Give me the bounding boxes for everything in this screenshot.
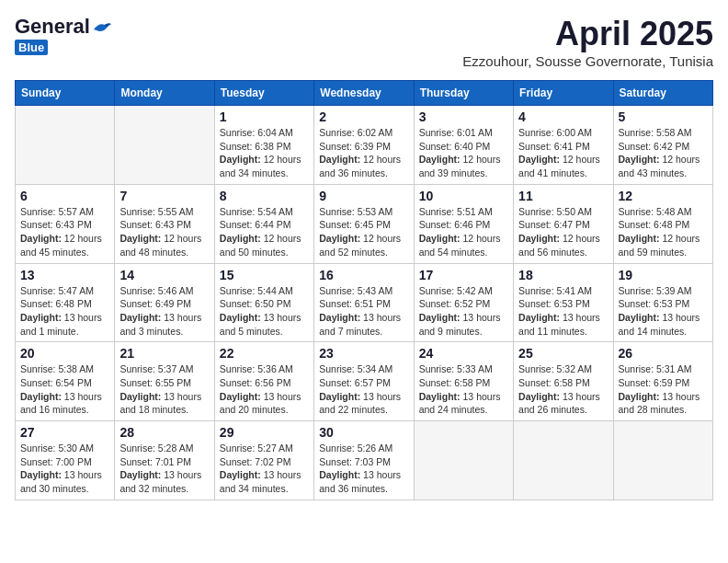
calendar-cell: 18Sunrise: 5:41 AMSunset: 6:53 PMDayligh… (514, 263, 613, 342)
day-info: Sunrise: 5:50 AMSunset: 6:47 PMDaylight:… (518, 205, 608, 259)
day-header-monday: Monday (115, 81, 214, 106)
day-info: Sunrise: 5:27 AMSunset: 7:02 PMDaylight:… (220, 442, 309, 496)
calendar-cell: 10Sunrise: 5:51 AMSunset: 6:46 PMDayligh… (414, 184, 513, 263)
day-info: Sunrise: 6:01 AMSunset: 6:40 PMDaylight:… (419, 126, 508, 180)
calendar-cell: 9Sunrise: 5:53 AMSunset: 6:45 PMDaylight… (314, 184, 414, 263)
day-info: Sunrise: 5:30 AMSunset: 7:00 PMDaylight:… (20, 442, 109, 496)
calendar-cell: 29Sunrise: 5:27 AMSunset: 7:02 PMDayligh… (214, 421, 313, 500)
day-info: Sunrise: 5:47 AMSunset: 6:48 PMDaylight:… (20, 284, 109, 339)
calendar-cell: 5Sunrise: 5:58 AMSunset: 6:42 PMDaylight… (613, 106, 712, 185)
day-number: 28 (119, 425, 209, 440)
calendar-cell: 30Sunrise: 5:26 AMSunset: 7:03 PMDayligh… (314, 421, 414, 500)
day-number: 7 (119, 189, 209, 203)
calendar-cell: 21Sunrise: 5:37 AMSunset: 6:55 PMDayligh… (115, 342, 214, 421)
day-number: 16 (319, 268, 408, 282)
location: Ezzouhour, Sousse Governorate, Tunisia (462, 53, 713, 69)
day-number: 30 (319, 425, 408, 440)
day-info: Sunrise: 5:26 AMSunset: 7:03 PMDaylight:… (319, 442, 408, 496)
day-info: Sunrise: 5:51 AMSunset: 6:46 PMDaylight:… (419, 205, 508, 259)
logo-bird-icon (92, 20, 112, 35)
day-number: 3 (419, 109, 508, 124)
day-number: 4 (518, 109, 608, 124)
day-header-wednesday: Wednesday (314, 81, 414, 106)
calendar-cell: 17Sunrise: 5:42 AMSunset: 6:52 PMDayligh… (414, 263, 513, 342)
day-number: 6 (20, 189, 109, 203)
day-number: 25 (518, 346, 608, 361)
day-header-tuesday: Tuesday (214, 81, 313, 106)
day-info: Sunrise: 5:38 AMSunset: 6:54 PMDaylight:… (20, 362, 109, 417)
logo: General Blue (15, 15, 112, 55)
day-info: Sunrise: 5:32 AMSunset: 6:58 PMDaylight:… (518, 362, 608, 417)
day-info: Sunrise: 5:43 AMSunset: 6:51 PMDaylight:… (319, 284, 408, 339)
day-info: Sunrise: 5:42 AMSunset: 6:52 PMDaylight:… (419, 284, 508, 339)
day-number: 18 (518, 268, 608, 282)
title-section: April 2025 Ezzouhour, Sousse Governorate… (462, 15, 713, 69)
day-number: 20 (20, 346, 109, 361)
calendar-cell: 6Sunrise: 5:57 AMSunset: 6:43 PMDaylight… (16, 184, 115, 263)
day-number: 17 (419, 268, 508, 282)
day-number: 19 (619, 268, 708, 282)
day-number: 14 (119, 268, 209, 282)
calendar-cell: 7Sunrise: 5:55 AMSunset: 6:43 PMDaylight… (115, 184, 214, 263)
calendar-week-row: 1Sunrise: 6:04 AMSunset: 6:38 PMDaylight… (16, 106, 713, 185)
calendar-week-row: 27Sunrise: 5:30 AMSunset: 7:00 PMDayligh… (16, 421, 713, 500)
calendar-cell: 4Sunrise: 6:00 AMSunset: 6:41 PMDaylight… (514, 106, 613, 185)
calendar-cell: 28Sunrise: 5:28 AMSunset: 7:01 PMDayligh… (115, 421, 214, 500)
calendar-cell: 20Sunrise: 5:38 AMSunset: 6:54 PMDayligh… (16, 342, 115, 421)
logo-blue-text: Blue (15, 40, 48, 55)
logo-general: General (15, 15, 90, 39)
calendar-header-row: SundayMondayTuesdayWednesdayThursdayFrid… (16, 81, 713, 106)
day-number: 1 (220, 109, 309, 124)
day-number: 23 (319, 346, 408, 361)
calendar-cell: 23Sunrise: 5:34 AMSunset: 6:57 PMDayligh… (314, 342, 414, 421)
day-number: 27 (20, 425, 109, 440)
day-number: 9 (319, 189, 408, 203)
calendar-cell: 11Sunrise: 5:50 AMSunset: 6:47 PMDayligh… (514, 184, 613, 263)
day-info: Sunrise: 5:33 AMSunset: 6:58 PMDaylight:… (419, 362, 508, 417)
day-info: Sunrise: 6:02 AMSunset: 6:39 PMDaylight:… (319, 126, 408, 180)
calendar-cell: 13Sunrise: 5:47 AMSunset: 6:48 PMDayligh… (16, 263, 115, 342)
day-number: 2 (319, 109, 408, 124)
calendar-cell: 15Sunrise: 5:44 AMSunset: 6:50 PMDayligh… (214, 263, 313, 342)
calendar-cell (613, 421, 712, 500)
day-info: Sunrise: 5:44 AMSunset: 6:50 PMDaylight:… (220, 284, 309, 339)
day-number: 15 (220, 268, 309, 282)
day-header-sunday: Sunday (16, 81, 115, 106)
day-info: Sunrise: 5:28 AMSunset: 7:01 PMDaylight:… (119, 442, 209, 496)
calendar-cell: 19Sunrise: 5:39 AMSunset: 6:53 PMDayligh… (613, 263, 712, 342)
day-info: Sunrise: 5:54 AMSunset: 6:44 PMDaylight:… (220, 205, 309, 259)
calendar-cell (115, 106, 214, 185)
calendar-cell (16, 106, 115, 185)
day-number: 8 (220, 189, 309, 203)
calendar-week-row: 13Sunrise: 5:47 AMSunset: 6:48 PMDayligh… (16, 263, 713, 342)
day-info: Sunrise: 5:39 AMSunset: 6:53 PMDaylight:… (619, 284, 708, 339)
calendar-cell: 14Sunrise: 5:46 AMSunset: 6:49 PMDayligh… (115, 263, 214, 342)
calendar-cell (414, 421, 513, 500)
day-info: Sunrise: 5:58 AMSunset: 6:42 PMDaylight:… (619, 126, 708, 180)
day-info: Sunrise: 5:57 AMSunset: 6:43 PMDaylight:… (20, 205, 109, 259)
day-number: 13 (20, 268, 109, 282)
calendar-cell: 16Sunrise: 5:43 AMSunset: 6:51 PMDayligh… (314, 263, 414, 342)
day-number: 29 (220, 425, 309, 440)
calendar-cell: 24Sunrise: 5:33 AMSunset: 6:58 PMDayligh… (414, 342, 513, 421)
day-header-friday: Friday (514, 81, 613, 106)
calendar-cell: 2Sunrise: 6:02 AMSunset: 6:39 PMDaylight… (314, 106, 414, 185)
day-info: Sunrise: 5:55 AMSunset: 6:43 PMDaylight:… (119, 205, 209, 259)
day-number: 10 (419, 189, 508, 203)
day-info: Sunrise: 5:48 AMSunset: 6:48 PMDaylight:… (619, 205, 708, 259)
calendar-cell: 12Sunrise: 5:48 AMSunset: 6:48 PMDayligh… (613, 184, 712, 263)
day-info: Sunrise: 5:41 AMSunset: 6:53 PMDaylight:… (518, 284, 608, 339)
calendar-cell: 8Sunrise: 5:54 AMSunset: 6:44 PMDaylight… (214, 184, 313, 263)
page-header: General Blue April 2025 Ezzouhour, Souss… (15, 15, 713, 69)
day-number: 22 (220, 346, 309, 361)
day-info: Sunrise: 5:36 AMSunset: 6:56 PMDaylight:… (220, 362, 309, 417)
calendar-cell: 1Sunrise: 6:04 AMSunset: 6:38 PMDaylight… (214, 106, 313, 185)
day-header-saturday: Saturday (613, 81, 712, 106)
day-info: Sunrise: 6:04 AMSunset: 6:38 PMDaylight:… (220, 126, 309, 180)
day-number: 11 (518, 189, 608, 203)
calendar-week-row: 6Sunrise: 5:57 AMSunset: 6:43 PMDaylight… (16, 184, 713, 263)
calendar-cell: 27Sunrise: 5:30 AMSunset: 7:00 PMDayligh… (16, 421, 115, 500)
day-info: Sunrise: 6:00 AMSunset: 6:41 PMDaylight:… (518, 126, 608, 180)
day-number: 12 (619, 189, 708, 203)
calendar-week-row: 20Sunrise: 5:38 AMSunset: 6:54 PMDayligh… (16, 342, 713, 421)
